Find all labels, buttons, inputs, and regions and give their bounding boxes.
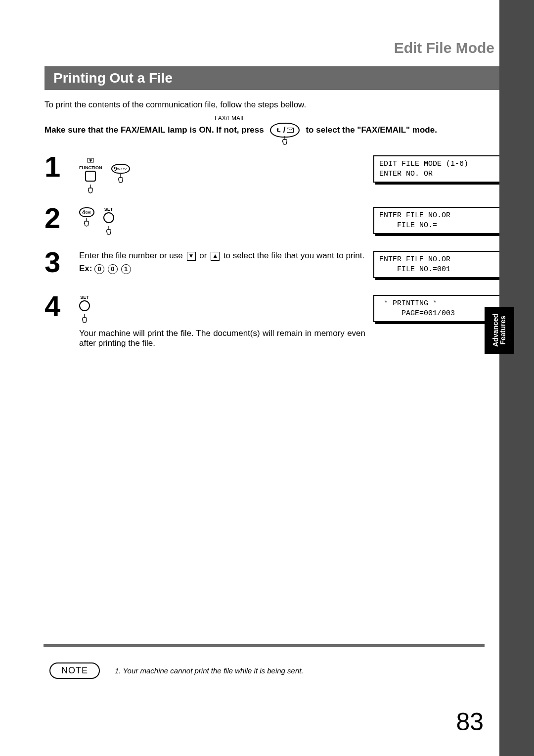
step-row: 1 ✱ FUNCTION 9WXYZ EDIT FILE MODE	[44, 152, 504, 194]
note-label: NOTE	[49, 662, 100, 679]
key-digit: 0	[94, 264, 104, 274]
step-number: 3	[44, 248, 79, 277]
set-label: SET	[103, 207, 114, 212]
arrow-down-icon: ▼	[187, 252, 196, 261]
lcd-display: EDIT FILE MODE (1-6) ENTER NO. OR	[373, 155, 504, 183]
step-number: 1	[44, 152, 79, 181]
key-9-button: 9WXYZ	[111, 155, 130, 184]
rect-icon: ✱	[87, 158, 94, 163]
ex-label: Ex:	[79, 264, 92, 273]
side-tab-line2: Features	[499, 316, 507, 344]
step3-text-mid: or	[199, 251, 209, 260]
key4-sub: GHI	[85, 211, 91, 214]
step-row: 2 4GHI SET ENTER FILE NO.OR FILE NO.=	[44, 204, 504, 238]
fax-email-button-icon: /	[270, 123, 300, 138]
intro-text: To print the contents of the communicati…	[44, 100, 504, 110]
section-heading: Printing Out a File	[44, 66, 504, 90]
step3-text-before: Enter the file number or use	[79, 251, 185, 260]
side-tab-line1: Advanced	[491, 314, 499, 347]
set-button: SET	[79, 295, 90, 324]
horizontal-rule	[44, 644, 485, 647]
step3-text-after: to select the file that you want to prin…	[223, 251, 364, 260]
note-text: 1. Your machine cannot print the file wh…	[115, 666, 304, 675]
step-number: 4	[44, 292, 79, 321]
press-hand-icon	[80, 314, 89, 324]
lcd-display: ENTER FILE NO.OR FILE NO.=	[373, 207, 504, 234]
key-digit: 0	[108, 264, 118, 274]
step-row: 4 SET Your machine will print the file. …	[44, 292, 504, 348]
page-number: 83	[456, 708, 484, 736]
press-hand-icon	[116, 174, 125, 184]
envelope-icon	[287, 128, 294, 133]
note-row: NOTE 1. Your machine cannot print the fi…	[49, 662, 304, 679]
svg-text:✱: ✱	[89, 158, 92, 163]
step4-text: Your machine will print the file. The do…	[79, 329, 373, 348]
step-row: 3 Enter the file number or use ▼ or ▲ to…	[44, 248, 504, 282]
press-hand-icon	[104, 226, 113, 236]
press-hand-icon	[82, 217, 91, 227]
make-sure-post: to select the "FAX/EMAIL" mode.	[306, 125, 437, 135]
step3-example: Ex: 0 0 1	[79, 264, 373, 274]
function-label: FUNCTION	[79, 165, 102, 170]
make-sure-pre: Make sure that the FAX/EMAIL lamp is ON.…	[44, 125, 264, 135]
set-button: SET	[103, 207, 114, 236]
lcd-display: ENTER FILE NO.OR FILE NO.=001	[373, 251, 504, 278]
key-4-button: 4GHI	[79, 207, 94, 227]
make-sure-row: Make sure that the FAX/EMAIL lamp is ON.…	[44, 123, 504, 138]
side-tab-advanced-features: Advanced Features	[485, 307, 514, 354]
step3-text: Enter the file number or use ▼ or ▲ to s…	[79, 251, 373, 261]
arrow-up-icon: ▲	[211, 252, 220, 261]
press-hand-icon	[86, 184, 95, 194]
step-number: 2	[44, 204, 79, 233]
press-hand-icon	[280, 136, 289, 145]
right-margin-bar	[499, 0, 534, 756]
key-digit: 1	[121, 264, 131, 274]
key9-sub: WXYZ	[117, 167, 127, 171]
function-button: ✱ FUNCTION	[79, 155, 102, 194]
fax-email-small-label: FAX/EMAIL	[213, 115, 247, 122]
page-title: Edit File Mode	[44, 40, 504, 56]
phone-icon	[276, 127, 282, 133]
set-label: SET	[79, 295, 90, 300]
